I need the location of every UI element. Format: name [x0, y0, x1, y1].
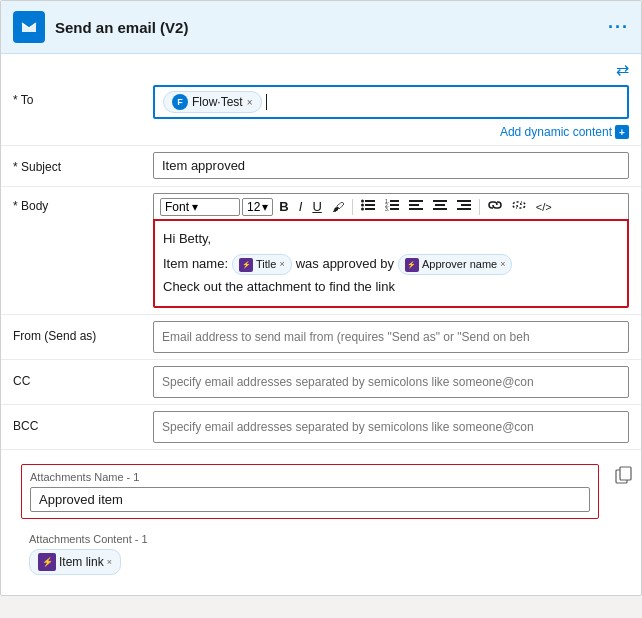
bold-button[interactable]: B [275, 197, 292, 216]
to-token[interactable]: F Flow·Test × [163, 91, 262, 113]
copy-attachments-button[interactable] [615, 471, 633, 487]
divider-6 [1, 449, 641, 450]
cc-label: CC [13, 366, 153, 388]
cc-field-row: CC [1, 362, 641, 402]
code-button[interactable]: </> [532, 199, 556, 215]
unlink-button[interactable] [508, 197, 530, 216]
bcc-field-row: BCC [1, 407, 641, 447]
body-wrapper: Font ▾ 12 ▾ B I U 🖌 1 [153, 193, 629, 308]
more-options-button[interactable]: ··· [608, 17, 629, 38]
svg-point-5 [361, 208, 364, 211]
svg-rect-17 [435, 204, 445, 206]
font-size-chevron-icon: ▾ [262, 200, 268, 214]
swap-icon[interactable]: ⇄ [616, 60, 629, 79]
align-right-button[interactable] [453, 197, 475, 216]
divider-2 [1, 186, 641, 187]
font-size-value: 12 [247, 200, 260, 214]
title-token[interactable]: ⚡ Title × [232, 254, 292, 276]
divider-4 [1, 359, 641, 360]
numbered-list-button[interactable]: 1.2.3. [381, 197, 403, 216]
toolbar-divider-1 [352, 199, 353, 215]
item-link-token-remove[interactable]: × [107, 557, 112, 567]
svg-rect-6 [365, 208, 375, 210]
plus-icon: + [615, 125, 629, 139]
approver-token[interactable]: ⚡ Approver name × [398, 254, 512, 276]
toolbar-divider-2 [479, 199, 480, 215]
font-label: Font [165, 200, 189, 214]
item-link-token[interactable]: ⚡ Item link × [29, 549, 121, 575]
body-line-2: Item name: ⚡ Title × was approved by ⚡ A… [163, 254, 619, 276]
bullet-list-button[interactable] [357, 197, 379, 216]
svg-rect-21 [457, 208, 471, 210]
subject-label: * Subject [13, 152, 153, 174]
to-field-row: * To F Flow·Test × [1, 81, 641, 123]
bcc-input[interactable] [153, 411, 629, 443]
approver-token-remove[interactable]: × [500, 257, 505, 271]
font-size-selector[interactable]: 12 ▾ [242, 198, 273, 216]
attachments-name-input[interactable] [30, 487, 590, 512]
title-token-label: Title [256, 256, 276, 274]
card-body: ⇄ * To F Flow·Test × Add dynamic content… [1, 54, 641, 589]
title-token-remove[interactable]: × [279, 257, 284, 271]
copy-icon-area [615, 466, 633, 487]
token-label: Flow·Test [192, 95, 243, 109]
svg-rect-4 [365, 204, 375, 206]
swap-row: ⇄ [1, 54, 641, 81]
to-input[interactable]: F Flow·Test × [153, 85, 629, 119]
body-line-3: Check out the attachment to find the lin… [163, 277, 619, 298]
item-link-token-icon: ⚡ [38, 553, 56, 571]
svg-point-1 [361, 200, 364, 203]
link-button[interactable] [484, 197, 506, 216]
email-card: Send an email (V2) ··· ⇄ * To F Flow·Tes… [0, 0, 642, 596]
body-line-1: Hi Betty, [163, 229, 619, 250]
svg-text:3.: 3. [385, 206, 389, 211]
body-editor[interactable]: Hi Betty, Item name: ⚡ Title × was appro… [153, 219, 629, 308]
title-token-icon: ⚡ [239, 258, 253, 272]
bcc-label: BCC [13, 411, 153, 433]
divider-3 [1, 314, 641, 315]
body-line2-pre: Item name: [163, 254, 228, 275]
svg-rect-15 [409, 208, 423, 210]
underline-button[interactable]: U [308, 197, 325, 216]
divider-5 [1, 404, 641, 405]
align-left-button[interactable] [405, 197, 427, 216]
body-line2-mid: was approved by [296, 254, 394, 275]
divider-1 [1, 145, 641, 146]
subject-input[interactable] [153, 152, 629, 179]
body-toolbar: Font ▾ 12 ▾ B I U 🖌 1 [153, 193, 629, 219]
from-label: From (Send as) [13, 321, 153, 343]
token-avatar: F [172, 94, 188, 110]
token-remove-button[interactable]: × [247, 97, 253, 108]
svg-rect-14 [409, 204, 419, 206]
body-field-row: * Body Font ▾ 12 ▾ B I U 🖌 [1, 189, 641, 312]
app-icon [13, 11, 45, 43]
svg-rect-18 [433, 208, 447, 210]
cc-input[interactable] [153, 366, 629, 398]
svg-rect-10 [390, 204, 399, 206]
from-field-row: From (Send as) [1, 317, 641, 357]
align-center-button[interactable] [429, 197, 451, 216]
body-content: Hi Betty, Item name: ⚡ Title × was appro… [163, 229, 619, 298]
attachments-content-section: Attachments Content - 1 ⚡ Item link × [21, 527, 599, 581]
svg-point-3 [361, 204, 364, 207]
paint-button[interactable]: 🖌 [328, 197, 348, 216]
svg-rect-23 [620, 467, 631, 480]
item-link-token-label: Item link [59, 555, 104, 569]
body-label: * Body [13, 193, 153, 213]
card-title: Send an email (V2) [55, 19, 188, 36]
to-label: * To [13, 85, 153, 107]
svg-rect-8 [390, 200, 399, 202]
approver-token-icon: ⚡ [405, 258, 419, 272]
cursor [266, 94, 267, 110]
approver-token-label: Approver name [422, 256, 497, 274]
attachments-name-value-row [30, 487, 590, 512]
font-chevron-icon: ▾ [192, 200, 198, 214]
svg-rect-20 [461, 204, 471, 206]
from-input[interactable] [153, 321, 629, 353]
card-header: Send an email (V2) ··· [1, 1, 641, 54]
attachments-content-value-row: ⚡ Item link × [29, 549, 591, 575]
italic-button[interactable]: I [295, 197, 307, 216]
font-selector[interactable]: Font ▾ [160, 198, 240, 216]
dynamic-content-row: Add dynamic content + [1, 123, 641, 143]
add-dynamic-content-link[interactable]: Add dynamic content + [500, 125, 629, 139]
